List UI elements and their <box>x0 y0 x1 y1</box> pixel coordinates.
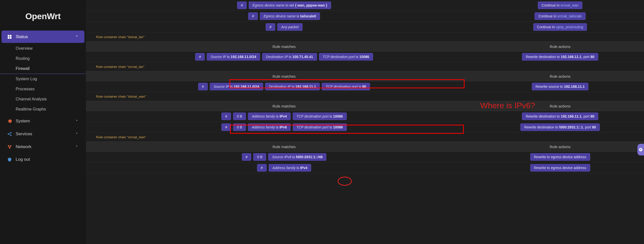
matches-cell: #0 BSource IPv6 is fd00:2931:1::/48 <box>89 153 479 161</box>
rule-row: #0 BAddress family is IPv6TCP destinatio… <box>86 122 644 133</box>
matches-cell: #0 BAddress family is IPv6TCP destinatio… <box>89 123 479 131</box>
counter-hash-pill: # <box>237 2 247 9</box>
svg-rect-7 <box>8 145 9 146</box>
svg-rect-2 <box>8 37 10 39</box>
rule-row: #Address family is IPv4Rewrite to egress… <box>86 162 644 173</box>
svg-rect-3 <box>10 37 12 39</box>
action-pill[interactable]: Continue in srcnat_wan <box>538 2 582 9</box>
counter-hash-pill: # <box>248 12 258 20</box>
counter-hash-pill: # <box>221 113 231 120</box>
actions-cell: Continue in upnp_postrouting <box>479 23 641 31</box>
match-pill: TCP destination port is 10086 <box>319 53 373 61</box>
match-pill: Address family is IPv4 <box>269 164 311 172</box>
header-actions: Rule actions <box>479 74 641 78</box>
rule-row: #Egress device name in set { wan, pppoe-… <box>86 0 644 11</box>
sidebar: OpenWrt Status Overview Routing Firewall… <box>0 0 86 244</box>
match-pill: TCP destination port is 80 <box>322 83 370 90</box>
actions-cell: Continue in srcnat_wan <box>479 2 641 9</box>
annotation-redcircle <box>338 177 352 186</box>
match-pill: Address family is IPv4 <box>248 113 291 120</box>
action-pill: Rewrite source to 192.168.11.1 <box>532 83 589 90</box>
action-pill: Rewrite to egress device address <box>530 164 590 172</box>
action-pill: Rewrite destination to 192.168.11.1, por… <box>522 113 598 120</box>
chain-label-dstnat-lan: Rule container chain "dstnat_lan" <box>86 33 644 41</box>
table-header-row: Rule matchesRule actions <box>86 41 644 51</box>
action-pill: Rewrite destination to 192.168.11.1, por… <box>522 53 598 61</box>
nav-services[interactable]: Services <box>2 128 84 140</box>
nav-logout[interactable]: Log out <box>2 153 84 166</box>
sidebar-item-routing[interactable]: Routing <box>0 53 86 64</box>
counter-hash-pill: # <box>242 153 251 161</box>
header-matches: Rule matches <box>89 74 479 78</box>
counter-bytes-pill: 0 B <box>233 113 246 120</box>
match-pill: Egress device name in set { wan, pppoe-w… <box>249 2 331 9</box>
matches-cell: #0 BAddress family is IPv4TCP destinatio… <box>89 113 479 120</box>
matches-cell: #Address family is IPv4 <box>89 164 479 172</box>
match-pill: Any packet <box>277 23 302 31</box>
match-pill: Destination IP is 100.71.40.41 <box>262 53 317 61</box>
rule-row: #0 BSource IPv6 is fd00:2931:1::/48Rewri… <box>86 152 644 162</box>
actions-cell: Rewrite to egress device address <box>479 164 641 172</box>
counter-hash-pill: # <box>195 53 205 61</box>
actions-cell: Rewrite destination to fd00:2931:1::1, p… <box>479 123 641 131</box>
header-matches: Rule matches <box>89 145 479 149</box>
sidebar-item-firewall[interactable]: Firewall <box>0 64 86 74</box>
nav-network[interactable]: Network <box>2 141 84 153</box>
rule-row: #Source IP is 192.168.11.0/24Destination… <box>86 51 644 62</box>
nav-system[interactable]: System <box>2 115 84 127</box>
svg-rect-9 <box>9 147 10 148</box>
sidebar-item-realtime[interactable]: Realtime Graphs <box>0 104 86 114</box>
actions-cell: Rewrite source to 192.168.11.1 <box>479 83 641 90</box>
main-content: #Egress device name in set { wan, pppoe-… <box>86 0 644 244</box>
chevron-right-icon <box>75 144 79 149</box>
header-matches: Rule matches <box>89 44 479 49</box>
header-actions: Rule actions <box>479 145 641 149</box>
svg-rect-0 <box>8 35 10 37</box>
match-pill: Source IP is 192.168.11.0/24 <box>210 83 263 90</box>
matches-cell: #Egress device name in set { wan, pppoe-… <box>89 2 479 9</box>
actions-cell: Rewrite to egress device address <box>479 153 641 161</box>
sidebar-item-syslog[interactable]: System Log <box>0 74 86 84</box>
network-icon <box>7 144 12 149</box>
counter-hash-pill: # <box>257 164 267 172</box>
nav-services-label: Services <box>16 131 32 137</box>
matches-cell: #Egress device name is tailscale0 <box>89 12 479 20</box>
brand-logo: OpenWrt <box>0 5 86 30</box>
chain-label-dstnat-wan: Rule container chain "dstnat_wan" <box>86 92 644 101</box>
chevron-right-icon <box>75 131 79 137</box>
match-pill: Address family is IPv6 <box>248 123 291 131</box>
nav-status[interactable]: Status <box>2 31 84 43</box>
header-matches: Rule matches <box>89 104 479 108</box>
chevron-right-icon <box>75 118 79 124</box>
counter-hash-pill: # <box>266 23 275 31</box>
svg-rect-1 <box>10 35 12 37</box>
actions-cell: Continue in srcnat_tailscale <box>479 12 641 20</box>
action-pill: Rewrite to egress device address <box>530 153 590 161</box>
action-pill[interactable]: Continue in srcnat_tailscale <box>535 12 585 20</box>
match-pill: Egress device name is tailscale0 <box>260 12 320 20</box>
actions-cell: Rewrite destination to 192.168.11.1, por… <box>479 53 641 61</box>
nav-system-label: System <box>16 119 30 124</box>
services-icon <box>7 131 12 137</box>
counter-hash-pill: # <box>198 83 208 90</box>
action-pill: Rewrite destination to fd00:2931:1::1, p… <box>520 123 600 131</box>
nav-logout-label: Log out <box>16 157 30 162</box>
sidebar-item-overview[interactable]: Overview <box>0 43 86 53</box>
match-pill: Destination IP is 192.168.11.1 <box>265 83 320 90</box>
nav-network-label: Network <box>16 144 31 149</box>
rule-row: #Source IP is 192.168.11.0/24Destination… <box>86 81 644 92</box>
actions-cell: Rewrite destination to 192.168.11.1, por… <box>479 113 641 120</box>
table-header-row: Rule matchesRule actions <box>86 101 644 111</box>
match-pill: Source IPv6 is fd00:2931:1::/48 <box>268 153 326 161</box>
table-header-row: Rule matchesRule actions <box>86 142 644 152</box>
action-pill[interactable]: Continue in upnp_postrouting <box>533 23 587 31</box>
logout-icon <box>7 157 12 162</box>
counter-bytes-pill: 0 B <box>253 153 266 161</box>
sidebar-item-channel[interactable]: Channel Analysis <box>0 94 86 104</box>
rule-row: #Egress device name is tailscale0Continu… <box>86 11 644 22</box>
side-fab[interactable] <box>637 144 644 155</box>
sidebar-item-processes[interactable]: Processes <box>0 84 86 94</box>
chevron-down-icon <box>75 34 79 39</box>
chain-label-srcnat-lan: Rule container chain "srcnat_lan" <box>86 62 644 71</box>
matches-cell: #Source IP is 192.168.11.0/24Destination… <box>89 83 479 90</box>
